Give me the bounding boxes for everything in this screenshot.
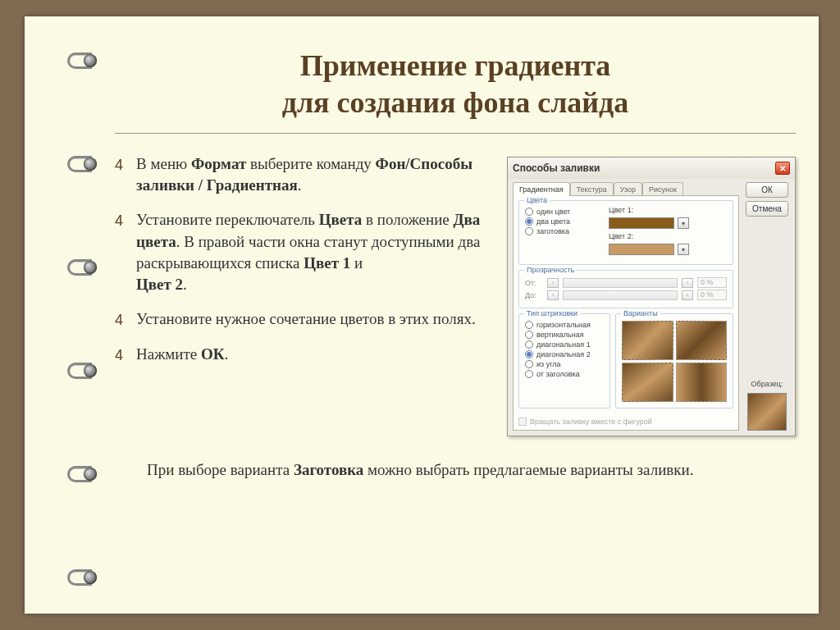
close-icon: ✕ [779,164,786,173]
radio-preset[interactable]: заготовка [525,227,599,235]
bullet-2: Установите переключатель Цвета в положен… [115,209,492,295]
group-variants: Варианты [615,313,733,409]
transparency-from-value[interactable]: 0 % [697,277,727,288]
radio-diag1[interactable]: диагональная 1 [525,340,604,349]
chevron-down-icon: ▾ [682,220,685,227]
color2-swatch[interactable] [609,244,674,255]
rotate-with-shape: Вращать заливку вместе с фигурой [518,413,733,426]
tab-picture[interactable]: Рисунок [642,182,683,196]
color2-dropdown[interactable]: ▾ [678,244,689,255]
tab-texture[interactable]: Текстура [570,182,614,196]
title-divider [115,133,796,134]
slide-page: Применение градиента для создания фона с… [25,16,819,614]
cancel-button[interactable]: Отмена [746,201,788,217]
dialog-tabs: Градиентная Текстура Узор Рисунок [513,182,739,196]
checkbox-icon [518,418,527,426]
spin-right[interactable]: › [682,278,693,288]
transparency-to-slider[interactable] [563,290,678,300]
radio-one-color[interactable]: один цвет [525,208,599,216]
ok-button[interactable]: ОК [746,182,788,198]
dialog-titlebar[interactable]: Способы заливки ✕ [508,158,795,179]
color1-dropdown[interactable]: ▾ [678,217,689,229]
radio-diag2[interactable]: диагональная 2 [525,350,604,358]
group-colors: Цвета один цвет два цвета заготовка [518,200,733,265]
spin-right[interactable]: › [682,290,693,300]
spin-left[interactable]: ‹ [547,278,559,288]
variant-3[interactable] [622,363,673,402]
group-transparency: Прозрачность От: ‹ › 0 % [518,270,733,308]
color1-swatch[interactable] [609,217,674,229]
transparency-from-slider[interactable] [563,278,678,288]
radio-from-title[interactable]: от заголовка [525,370,604,378]
bullet-1: В меню Формат выберите команду Фон/Спосо… [115,153,492,196]
variant-2[interactable] [676,321,728,360]
transparency-to-value[interactable]: 0 % [697,290,727,300]
variant-4[interactable] [676,363,728,402]
radio-horizontal[interactable]: горизонтальная [525,321,604,329]
radio-vertical[interactable]: вертикальная [525,331,604,339]
bullet-4: Нажмите ОК. [115,344,492,365]
spin-left[interactable]: ‹ [547,290,559,300]
binder-rings [67,44,100,592]
slide-title: Применение градиента для создания фона с… [115,41,796,133]
sample-label: Образец: [751,380,783,388]
tab-gradient[interactable]: Градиентная [513,182,570,196]
dialog-title-text: Способы заливки [513,162,600,174]
radio-from-corner[interactable]: из угла [525,360,604,368]
body-text: В меню Формат выберите команду Фон/Спосо… [115,153,492,436]
tab-pattern[interactable]: Узор [614,182,642,196]
bullet-3: Установите нужное сочетание цветов в эти… [115,308,492,330]
variant-1[interactable] [622,321,673,360]
sample-preview [747,393,787,431]
close-button[interactable]: ✕ [775,162,790,175]
chevron-down-icon: ▾ [682,246,685,253]
footer-paragraph: При выборе варианта Заготовка можно выбр… [131,459,796,481]
fill-effects-dialog: Способы заливки ✕ Градиентная Текстура У… [507,157,796,436]
radio-two-colors[interactable]: два цвета [525,217,599,226]
group-shading: Тип штриховки горизонтальная вертикальна… [518,313,610,409]
